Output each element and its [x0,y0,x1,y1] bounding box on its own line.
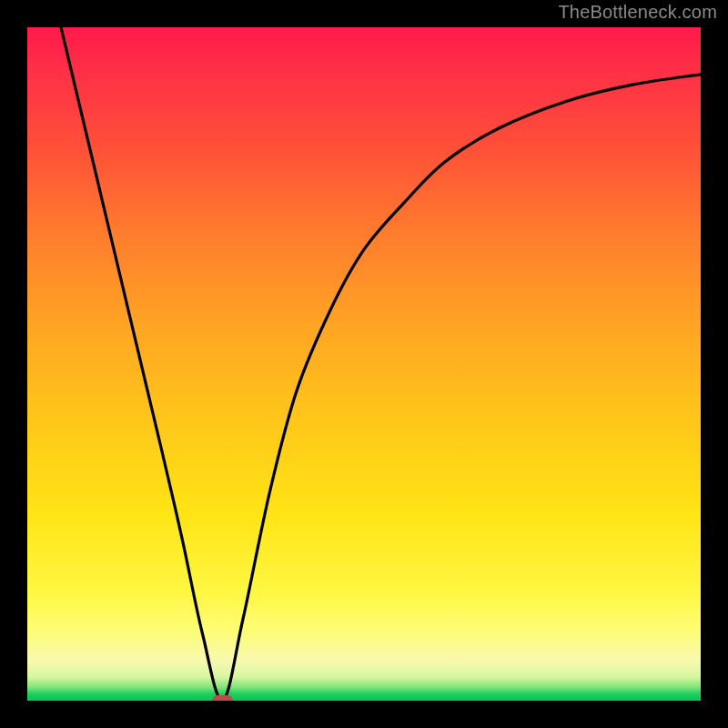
bottleneck-curve-path [61,27,701,701]
plot-area [27,27,701,701]
chart-container: TheBottleneck.com [0,0,728,728]
watermark-text: TheBottleneck.com [558,2,717,23]
min-marker [212,695,234,701]
bottleneck-curve [27,27,701,701]
